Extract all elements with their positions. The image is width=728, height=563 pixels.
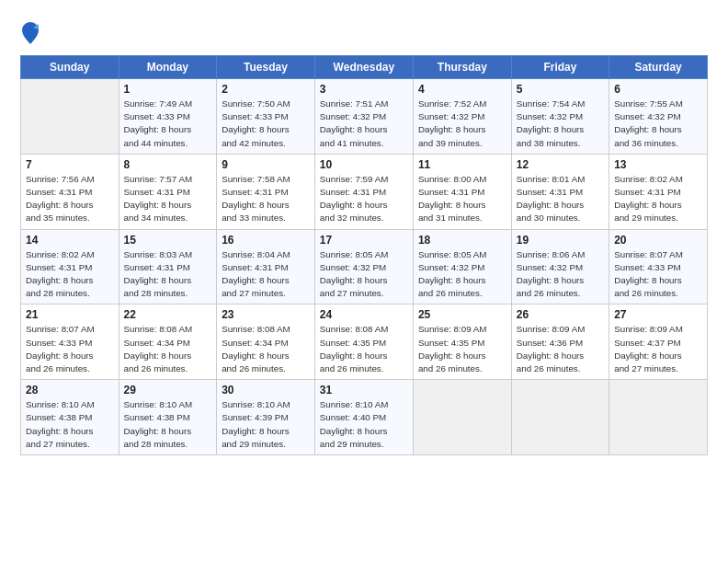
calendar-cell: 9Sunrise: 7:58 AMSunset: 4:31 PMDaylight…	[217, 154, 315, 229]
day-info: Sunrise: 7:57 AMSunset: 4:31 PMDaylight:…	[124, 173, 212, 225]
calendar-cell: 26Sunrise: 8:09 AMSunset: 4:36 PMDayligh…	[511, 304, 609, 380]
day-info: Sunrise: 7:54 AMSunset: 4:32 PMDaylight:…	[517, 98, 604, 150]
day-number: 12	[517, 158, 604, 171]
day-info: Sunrise: 8:01 AMSunset: 4:31 PMDaylight:…	[517, 173, 604, 225]
calendar-cell: 8Sunrise: 7:57 AMSunset: 4:31 PMDaylight…	[119, 154, 217, 229]
day-info: Sunrise: 8:05 AMSunset: 4:32 PMDaylight:…	[320, 248, 408, 301]
calendar-cell: 20Sunrise: 8:07 AMSunset: 4:33 PMDayligh…	[609, 229, 708, 304]
day-info: Sunrise: 8:02 AMSunset: 4:31 PMDaylight:…	[26, 248, 114, 301]
day-info: Sunrise: 8:10 AMSunset: 4:38 PMDaylight:…	[124, 398, 212, 451]
day-info: Sunrise: 7:49 AMSunset: 4:33 PMDaylight:…	[124, 98, 212, 150]
calendar-cell: 23Sunrise: 8:08 AMSunset: 4:34 PMDayligh…	[217, 304, 315, 380]
day-number: 15	[124, 234, 212, 247]
day-number: 20	[614, 234, 702, 247]
day-number: 7	[26, 158, 114, 171]
calendar-cell: 10Sunrise: 7:59 AMSunset: 4:31 PMDayligh…	[314, 154, 413, 229]
day-info: Sunrise: 7:58 AMSunset: 4:31 PMDaylight:…	[222, 173, 310, 225]
calendar-cell: 29Sunrise: 8:10 AMSunset: 4:38 PMDayligh…	[119, 380, 217, 455]
calendar-cell: 31Sunrise: 8:10 AMSunset: 4:40 PMDayligh…	[314, 380, 413, 455]
calendar-cell	[511, 380, 609, 455]
calendar-cell	[609, 380, 708, 455]
weekday-header: Sunday	[21, 56, 119, 79]
calendar-cell: 13Sunrise: 8:02 AMSunset: 4:31 PMDayligh…	[609, 154, 708, 229]
day-number: 11	[418, 158, 506, 171]
weekday-header: Thursday	[413, 56, 511, 79]
day-number: 24	[320, 308, 408, 321]
logo	[20, 20, 44, 46]
day-info: Sunrise: 8:00 AMSunset: 4:31 PMDaylight:…	[418, 173, 506, 225]
day-number: 27	[614, 308, 702, 321]
day-info: Sunrise: 8:08 AMSunset: 4:34 PMDaylight:…	[222, 323, 310, 375]
day-number: 28	[26, 384, 114, 396]
day-number: 4	[418, 83, 506, 96]
day-info: Sunrise: 7:50 AMSunset: 4:33 PMDaylight:…	[222, 98, 310, 150]
day-info: Sunrise: 7:55 AMSunset: 4:32 PMDaylight:…	[614, 98, 702, 150]
day-number: 26	[517, 308, 604, 321]
weekday-header: Monday	[119, 56, 217, 79]
day-info: Sunrise: 7:56 AMSunset: 4:31 PMDaylight:…	[26, 173, 114, 225]
day-info: Sunrise: 7:59 AMSunset: 4:31 PMDaylight:…	[320, 173, 408, 225]
calendar-cell: 4Sunrise: 7:52 AMSunset: 4:32 PMDaylight…	[413, 79, 511, 155]
day-info: Sunrise: 8:09 AMSunset: 4:37 PMDaylight:…	[614, 323, 702, 375]
day-number: 17	[320, 234, 408, 247]
calendar-cell: 21Sunrise: 8:07 AMSunset: 4:33 PMDayligh…	[21, 304, 119, 380]
calendar-cell: 17Sunrise: 8:05 AMSunset: 4:32 PMDayligh…	[314, 229, 413, 304]
day-number: 25	[418, 308, 506, 321]
day-number: 18	[418, 234, 506, 247]
day-info: Sunrise: 8:04 AMSunset: 4:31 PMDaylight:…	[222, 248, 310, 301]
day-number: 29	[124, 384, 212, 396]
header	[20, 17, 708, 46]
calendar-cell: 6Sunrise: 7:55 AMSunset: 4:32 PMDaylight…	[609, 79, 708, 155]
day-number: 9	[222, 158, 310, 171]
weekday-header: Saturday	[609, 56, 708, 79]
day-number: 19	[517, 234, 604, 247]
calendar-week-row: 7Sunrise: 7:56 AMSunset: 4:31 PMDaylight…	[21, 154, 708, 229]
calendar-cell: 14Sunrise: 8:02 AMSunset: 4:31 PMDayligh…	[21, 229, 119, 304]
day-number: 10	[320, 158, 408, 171]
day-number: 30	[222, 384, 310, 396]
calendar-week-row: 21Sunrise: 8:07 AMSunset: 4:33 PMDayligh…	[21, 304, 708, 380]
day-info: Sunrise: 8:10 AMSunset: 4:40 PMDaylight:…	[320, 398, 408, 451]
day-number: 1	[124, 83, 212, 96]
calendar-cell: 3Sunrise: 7:51 AMSunset: 4:32 PMDaylight…	[314, 79, 413, 155]
day-number: 13	[614, 158, 702, 171]
calendar-cell: 5Sunrise: 7:54 AMSunset: 4:32 PMDaylight…	[511, 79, 609, 155]
day-number: 22	[124, 308, 212, 321]
day-number: 21	[26, 308, 114, 321]
calendar-table: SundayMondayTuesdayWednesdayThursdayFrid…	[20, 55, 708, 455]
calendar-cell: 11Sunrise: 8:00 AMSunset: 4:31 PMDayligh…	[413, 154, 511, 229]
day-info: Sunrise: 8:10 AMSunset: 4:38 PMDaylight:…	[26, 398, 114, 451]
day-info: Sunrise: 7:52 AMSunset: 4:32 PMDaylight:…	[418, 98, 506, 150]
day-number: 16	[222, 234, 310, 247]
calendar-cell: 18Sunrise: 8:05 AMSunset: 4:32 PMDayligh…	[413, 229, 511, 304]
day-info: Sunrise: 8:07 AMSunset: 4:33 PMDaylight:…	[614, 248, 702, 301]
weekday-header: Wednesday	[314, 56, 413, 79]
calendar-cell	[21, 79, 119, 155]
day-number: 8	[124, 158, 212, 171]
page: SundayMondayTuesdayWednesdayThursdayFrid…	[0, 0, 728, 563]
calendar-week-row: 14Sunrise: 8:02 AMSunset: 4:31 PMDayligh…	[21, 229, 708, 304]
calendar-cell: 16Sunrise: 8:04 AMSunset: 4:31 PMDayligh…	[217, 229, 315, 304]
day-number: 31	[320, 384, 408, 396]
weekday-row: SundayMondayTuesdayWednesdayThursdayFrid…	[21, 56, 708, 79]
calendar-cell: 25Sunrise: 8:09 AMSunset: 4:35 PMDayligh…	[413, 304, 511, 380]
calendar-week-row: 1Sunrise: 7:49 AMSunset: 4:33 PMDaylight…	[21, 79, 708, 155]
day-info: Sunrise: 8:02 AMSunset: 4:31 PMDaylight:…	[614, 173, 702, 225]
day-info: Sunrise: 8:08 AMSunset: 4:35 PMDaylight:…	[320, 323, 408, 375]
calendar-cell: 2Sunrise: 7:50 AMSunset: 4:33 PMDaylight…	[217, 79, 315, 155]
calendar-header: SundayMondayTuesdayWednesdayThursdayFrid…	[21, 56, 708, 79]
calendar-cell: 12Sunrise: 8:01 AMSunset: 4:31 PMDayligh…	[511, 154, 609, 229]
day-number: 5	[517, 83, 604, 96]
calendar-cell: 24Sunrise: 8:08 AMSunset: 4:35 PMDayligh…	[314, 304, 413, 380]
day-info: Sunrise: 7:51 AMSunset: 4:32 PMDaylight:…	[320, 98, 408, 150]
calendar-cell: 30Sunrise: 8:10 AMSunset: 4:39 PMDayligh…	[217, 380, 315, 455]
day-info: Sunrise: 8:03 AMSunset: 4:31 PMDaylight:…	[124, 248, 212, 301]
day-info: Sunrise: 8:06 AMSunset: 4:32 PMDaylight:…	[517, 248, 604, 301]
day-number: 14	[26, 234, 114, 247]
calendar-cell: 15Sunrise: 8:03 AMSunset: 4:31 PMDayligh…	[119, 229, 217, 304]
calendar-cell: 28Sunrise: 8:10 AMSunset: 4:38 PMDayligh…	[21, 380, 119, 455]
day-number: 3	[320, 83, 408, 96]
logo-icon	[20, 20, 40, 46]
calendar-cell: 19Sunrise: 8:06 AMSunset: 4:32 PMDayligh…	[511, 229, 609, 304]
calendar-cell: 27Sunrise: 8:09 AMSunset: 4:37 PMDayligh…	[609, 304, 708, 380]
